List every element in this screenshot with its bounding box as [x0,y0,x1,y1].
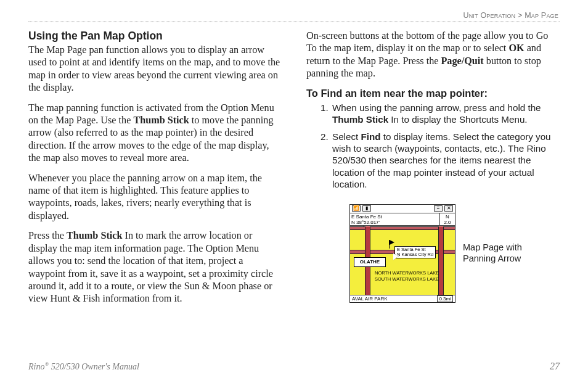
text: When using the panning arrow, press and … [332,102,541,113]
lake-label: SOUTH WATERWORKS LAKE [375,277,439,282]
text: In to display the Shortcuts Menu. [388,114,527,125]
step-item: Select Find to display items. Select the… [331,131,560,191]
map-canvas: OLATHE E Santa Fe St N Kansas City Rd NO… [350,226,455,302]
step-item: When using the panning arrow, press and … [331,102,560,126]
popup-line: N Kansas City Rd [397,252,433,257]
subheading: To Find an item near the map pointer: [306,88,560,99]
coord-bar: E Santa Fe St N 38°52.017' W084°48.762' … [350,213,455,226]
manual-name: 520/530 Owner's Manual [49,362,139,371]
city-label: OLATHE [354,257,386,267]
battery-icon: ▮ [362,205,371,212]
brand: Rino [28,362,44,371]
bold-term: Thumb Stick [133,115,189,126]
coord-readout: E Santa Fe St N 38°52.017' W084°48.762' [350,213,440,225]
distance-readout: N 2.0 [440,213,455,225]
paragraph: Press the Thumb Stick In to mark the arr… [28,229,282,305]
menu-icon: ≡ [434,205,443,212]
road [438,226,444,302]
right-column: On-screen buttons at the bottom of the p… [306,30,560,305]
bold-term: Thumb Stick [332,114,388,125]
bottom-label: AVAL AIR PARK [352,296,388,302]
map-screenshot: 📶 ▮ ≡ ✕ E Santa Fe St N 38°52.017' W084°… [349,204,455,303]
paragraph: On-screen buttons at the bottom of the p… [306,30,560,80]
paragraph: The Map Page pan function allows you to … [28,44,282,94]
lake-label: NORTH WATERWORKS LAKE [375,271,439,276]
close-icon: ✕ [444,205,453,212]
map-pointer-popup: E Santa Fe St N Kansas City Rd [394,246,436,258]
breadcrumb-page: Map Page [525,11,558,20]
bold-term: Page/Quit [441,56,483,67]
breadcrumb-section: Unit Operation [463,11,515,20]
steps-list: When using the panning arrow, press and … [306,102,560,191]
text: Select [332,131,361,142]
bold-term: OK [508,43,524,54]
section-heading: Using the Pan Map Option [28,30,282,43]
coord-line: E Santa Fe St [351,214,438,220]
device-topbar: 📶 ▮ ≡ ✕ [350,205,455,213]
content-columns: Using the Pan Map Option The Map Page pa… [28,30,560,305]
footer-manual-title: Rino® 520/530 Owner's Manual [28,361,139,372]
dist-val: 2.0 [441,220,454,225]
breadcrumb: Unit Operation > Map Page [28,11,560,20]
scale-readout: 0.3mi [437,295,453,302]
paragraph: Whenever you place the panning arrow on … [28,172,282,223]
figure-caption: Map Page with Panning Arrow [463,242,543,264]
manual-page: Unit Operation > Map Page Using the Pan … [0,0,588,383]
caption-line: Map Page with [463,242,522,252]
header-divider [28,22,560,22]
bold-term: Thumb Stick [67,230,122,241]
caption-line: Panning Arrow [463,253,521,263]
map-bottombar: AVAL AIR PARK 0.3mi [350,295,455,302]
page-footer: Rino® 520/530 Owner's Manual 27 [28,361,560,372]
paragraph: The map panning function is activated fr… [28,102,282,165]
coord-line: N 38°52.017' [351,220,438,225]
text: In to mark the arrow location or display… [28,230,273,304]
sat-icon: 📶 [352,205,361,212]
bold-term: Find [361,131,380,142]
figure-row: 📶 ▮ ≡ ✕ E Santa Fe St N 38°52.017' W084°… [349,204,560,303]
text: Press the [28,230,67,241]
panning-arrow-icon [393,253,399,260]
left-column: Using the Pan Map Option The Map Page pa… [28,30,282,305]
dist-dir: N [441,214,454,220]
page-number: 27 [550,361,560,372]
breadcrumb-sep: > [515,11,525,20]
